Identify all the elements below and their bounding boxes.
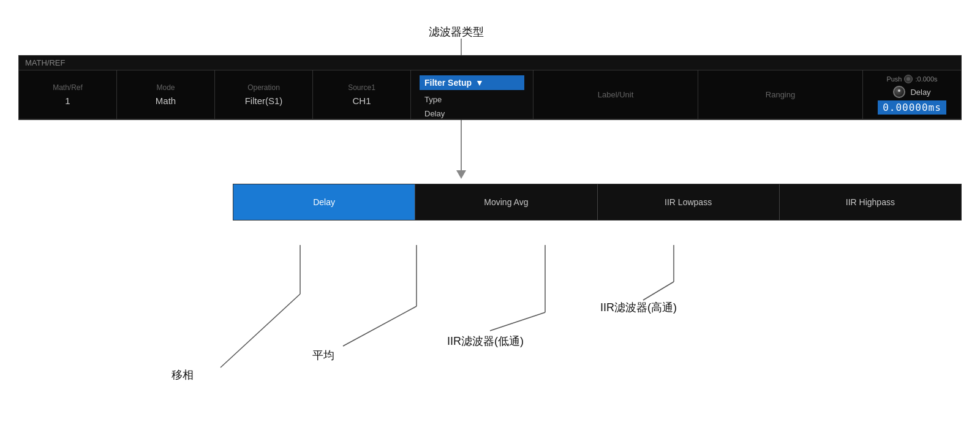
top-panel: MATH/REF Math/Ref 1 Mode Math Operation … bbox=[18, 55, 962, 120]
filter-iir-highpass-label: IIR Highpass bbox=[846, 197, 895, 207]
math-ref-cell[interactable]: Math/Ref 1 bbox=[19, 70, 117, 119]
math-ref-label: Math/Ref bbox=[53, 83, 83, 92]
ranging-text: Ranging bbox=[766, 90, 795, 99]
iir-high-label: IIR滤波器(高通) bbox=[600, 300, 677, 315]
delay-label: Delay bbox=[910, 88, 930, 97]
svg-line-8 bbox=[490, 312, 545, 331]
pingjun-label: 平均 bbox=[312, 348, 334, 363]
knob-icon[interactable] bbox=[893, 86, 905, 98]
yixiang-label: 移相 bbox=[172, 368, 194, 382]
mode-value: Math bbox=[156, 96, 176, 106]
dropdown-arrow-icon: ▼ bbox=[475, 78, 484, 88]
svg-marker-2 bbox=[456, 170, 466, 179]
mode-label: Mode bbox=[156, 83, 175, 92]
push-text: Push bbox=[886, 75, 902, 83]
source1-value: CH1 bbox=[352, 96, 371, 106]
knob-row: Delay bbox=[893, 86, 930, 98]
label-unit-cell[interactable]: Label/Unit bbox=[533, 70, 698, 119]
filter-setup-title: Filter Setup bbox=[424, 78, 472, 88]
source1-cell[interactable]: Source1 CH1 bbox=[313, 70, 411, 119]
ranging-cell[interactable]: Ranging bbox=[698, 70, 863, 119]
filter-moving-avg-label: Moving Avg bbox=[484, 197, 528, 207]
svg-line-4 bbox=[221, 294, 300, 368]
filter-option-delay[interactable]: Delay bbox=[233, 184, 415, 220]
delay-value-display: 0.00000ms bbox=[878, 100, 946, 115]
svg-line-6 bbox=[343, 306, 417, 346]
filter-delay-item[interactable]: Delay bbox=[420, 107, 524, 121]
mode-cell[interactable]: Mode Math bbox=[117, 70, 215, 119]
operation-cell[interactable]: Operation Filter(S1) bbox=[215, 70, 313, 119]
filter-option-moving-avg[interactable]: Moving Avg bbox=[415, 184, 597, 220]
filter-options-row: Delay Moving Avg IIR Lowpass IIR Highpas… bbox=[233, 184, 962, 221]
operation-label: Operation bbox=[247, 83, 280, 92]
filter-iir-lowpass-label: IIR Lowpass bbox=[665, 197, 712, 207]
filter-options-container: Delay Moving Avg IIR Lowpass IIR Highpas… bbox=[233, 184, 962, 221]
filter-delay-label: Delay bbox=[313, 197, 335, 207]
source1-label: Source1 bbox=[348, 83, 375, 92]
knob-dot bbox=[898, 89, 900, 92]
filter-type-label: 滤波器类型 bbox=[429, 24, 484, 39]
panel-title: MATH/REF bbox=[25, 58, 65, 67]
push-label-row: Push :0.000s bbox=[886, 75, 937, 83]
svg-line-10 bbox=[643, 282, 674, 300]
iir-low-label: IIR滤波器(低通) bbox=[447, 334, 524, 349]
math-ref-value: 1 bbox=[65, 96, 70, 106]
right-control: Push :0.000s Delay 0.00000ms bbox=[863, 70, 961, 119]
filter-option-iir-lowpass[interactable]: IIR Lowpass bbox=[598, 184, 780, 220]
operation-value: Filter(S1) bbox=[245, 96, 283, 106]
panel-header: MATH/REF bbox=[19, 56, 961, 70]
label-unit-text: Label/Unit bbox=[598, 90, 634, 99]
filter-setup-cell[interactable]: Filter Setup ▼ Type Delay bbox=[411, 70, 533, 119]
menu-row: Math/Ref 1 Mode Math Operation Filter(S1… bbox=[19, 70, 961, 119]
filter-type-item[interactable]: Type bbox=[420, 92, 524, 107]
filter-setup-header: Filter Setup ▼ bbox=[420, 75, 524, 90]
push-value: :0.000s bbox=[915, 75, 937, 83]
push-icon bbox=[904, 75, 913, 83]
filter-option-iir-highpass[interactable]: IIR Highpass bbox=[780, 184, 961, 220]
